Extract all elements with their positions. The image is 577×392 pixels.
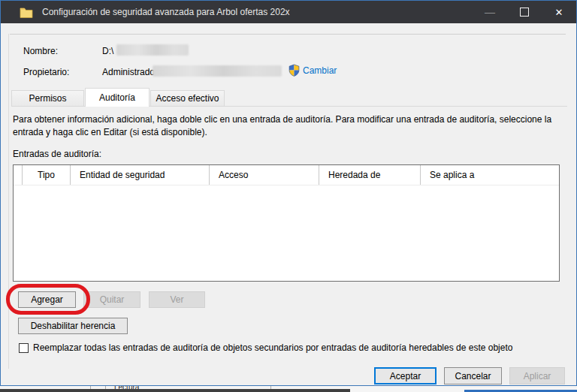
- advanced-security-dialog: Configuración de seguridad avanzada para…: [0, 0, 577, 386]
- apply-button: Aplicar: [509, 367, 565, 384]
- column-header-tipo[interactable]: Tipo: [23, 165, 71, 185]
- audit-entries-label: Entradas de auditoría:: [13, 149, 101, 159]
- tab-auditoria[interactable]: Auditoría: [85, 88, 150, 107]
- folder-icon: [20, 7, 33, 18]
- background-window-sliver: Lectura: [0, 386, 577, 392]
- minimize-button[interactable]: —: [473, 1, 507, 23]
- table-header-row: Tipo Entidad de seguridad Acceso Heredad…: [14, 165, 559, 185]
- cancel-button[interactable]: Cancelar: [444, 367, 502, 384]
- close-button[interactable]: ✕: [542, 1, 576, 23]
- maximize-icon: [520, 8, 529, 17]
- audit-instructions-line2: entrada y haga clic en Editar (si está d…: [13, 126, 573, 139]
- redacted-path: [116, 44, 189, 56]
- audit-entries-table[interactable]: Tipo Entidad de seguridad Acceso Heredad…: [13, 164, 560, 282]
- owner-label: Propietario:: [23, 67, 69, 77]
- column-header-acceso[interactable]: Acceso: [210, 165, 319, 185]
- name-label: Nombre:: [23, 46, 58, 56]
- redacted-owner: [153, 65, 282, 77]
- column-header-blank[interactable]: [14, 165, 23, 185]
- replace-audit-checkbox[interactable]: [19, 343, 29, 353]
- titlebar: Configuración de seguridad avanzada para…: [1, 1, 576, 23]
- window-controls: — ✕: [473, 1, 576, 23]
- divider: [10, 34, 566, 35]
- audit-instructions-line1: Para obtener información adicional, haga…: [13, 113, 573, 126]
- remove-button: Quitar: [83, 291, 140, 308]
- view-button: Ver: [149, 291, 205, 308]
- maximize-button[interactable]: [507, 1, 542, 23]
- tab-acceso-efectivo[interactable]: Acceso efectivo: [150, 90, 225, 106]
- divider: [8, 34, 9, 369]
- column-header-se-aplica[interactable]: Se aplica a: [421, 165, 559, 185]
- table-body-empty[interactable]: [14, 185, 559, 281]
- replace-audit-checkbox-label: Reemplazar todas las entradas de auditor…: [33, 342, 512, 353]
- tab-permisos[interactable]: Permisos: [11, 90, 84, 106]
- add-button[interactable]: Agregar: [18, 291, 76, 308]
- screen: Configuración de seguridad avanzada para…: [0, 0, 577, 392]
- audit-instructions: Para obtener información adicional, haga…: [13, 113, 573, 139]
- window-title: Configuración de seguridad avanzada para…: [42, 7, 290, 17]
- background-window-band: [0, 389, 350, 392]
- column-header-entidad[interactable]: Entidad de seguridad: [71, 165, 210, 185]
- name-value: D:\: [102, 46, 113, 56]
- ok-button[interactable]: Aceptar: [374, 367, 437, 384]
- disable-inheritance-button[interactable]: Deshabilitar herencia: [18, 318, 128, 334]
- column-header-heredada[interactable]: Heredada de: [319, 165, 421, 185]
- uac-shield-icon: [288, 64, 301, 77]
- change-owner-link[interactable]: Cambiar: [303, 65, 337, 76]
